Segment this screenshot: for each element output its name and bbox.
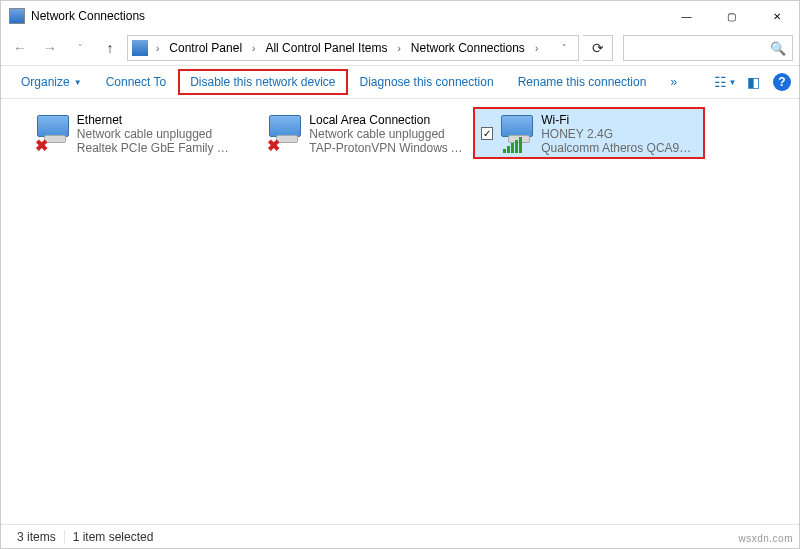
watermark: wsxdn.com — [738, 533, 793, 544]
connection-item-ethernet[interactable]: ✓ ✖ Ethernet Network cable unplugged Rea… — [9, 107, 241, 159]
connection-status: Network cable unplugged — [77, 127, 233, 141]
view-options-button[interactable]: ☷ ▼ — [711, 70, 739, 94]
selection-count: 1 item selected — [64, 530, 162, 544]
disable-device-button[interactable]: Disable this network device — [178, 69, 347, 95]
search-icon: 🔍 — [770, 41, 786, 56]
connection-status: Network cable unplugged — [309, 127, 465, 141]
rename-button[interactable]: Rename this connection — [506, 69, 659, 95]
adapter-icon — [499, 113, 535, 155]
connection-device: Realtek PCIe GbE Family Cont... — [77, 141, 233, 155]
signal-strength-icon — [503, 137, 522, 153]
connection-device: TAP-ProtonVPN Windows Ad... — [309, 141, 465, 155]
back-button[interactable]: ← — [7, 35, 33, 61]
connections-list[interactable]: ✓ ✖ Ethernet Network cable unplugged Rea… — [1, 99, 799, 524]
forward-button[interactable]: → — [37, 35, 63, 61]
help-button[interactable]: ? — [773, 73, 791, 91]
address-dropdown-button[interactable]: ˅ — [554, 36, 574, 60]
address-bar: ← → ˅ ↑ › Control Panel › All Control Pa… — [1, 31, 799, 65]
connection-name: Wi-Fi — [541, 113, 697, 127]
search-input[interactable]: 🔍 — [623, 35, 793, 61]
preview-pane-icon: ◧ — [747, 74, 760, 90]
item-count: 3 items — [9, 530, 64, 544]
connection-name: Ethernet — [77, 113, 233, 127]
chevron-right-icon[interactable]: › — [248, 43, 259, 54]
breadcrumb[interactable]: › Control Panel › All Control Panel Item… — [127, 35, 579, 61]
organize-menu[interactable]: Organize ▼ — [9, 69, 94, 95]
maximize-button[interactable]: ▢ — [709, 1, 754, 31]
breadcrumb-item-control-panel[interactable]: Control Panel — [165, 38, 246, 58]
connection-name: Local Area Connection — [309, 113, 465, 127]
titlebar: Network Connections — ▢ ✕ — [1, 1, 799, 31]
disconnected-icon: ✖ — [35, 139, 49, 153]
breadcrumb-item-network-connections[interactable]: Network Connections — [407, 38, 529, 58]
connection-item-wifi[interactable]: ✓ Wi-Fi HONEY 2.4G Qualcomm Atheros QCA9… — [473, 107, 705, 159]
window-title: Network Connections — [31, 9, 145, 23]
chevron-down-icon: ▼ — [729, 78, 737, 87]
up-button[interactable]: ↑ — [97, 35, 123, 61]
connection-item-local-area[interactable]: ✓ ✖ Local Area Connection Network cable … — [241, 107, 473, 159]
connection-status: HONEY 2.4G — [541, 127, 697, 141]
connect-to-button[interactable]: Connect To — [94, 69, 179, 95]
preview-pane-button[interactable]: ◧ — [739, 70, 767, 94]
adapter-icon: ✖ — [267, 113, 303, 155]
close-button[interactable]: ✕ — [754, 1, 799, 31]
connection-device: Qualcomm Atheros QCA9377... — [541, 141, 697, 155]
status-bar: 3 items 1 item selected — [1, 524, 799, 548]
minimize-button[interactable]: — — [664, 1, 709, 31]
disconnected-icon: ✖ — [267, 139, 281, 153]
chevron-down-icon: ▼ — [74, 78, 82, 87]
app-icon — [9, 8, 25, 24]
overflow-button[interactable]: » — [658, 69, 689, 95]
location-icon — [132, 40, 148, 56]
breadcrumb-item-all-items[interactable]: All Control Panel Items — [261, 38, 391, 58]
recent-locations-button[interactable]: ˅ — [67, 35, 93, 61]
refresh-button[interactable]: ⟳ — [583, 35, 613, 61]
selection-checkbox[interactable]: ✓ — [481, 127, 493, 140]
chevron-right-icon[interactable]: › — [393, 43, 404, 54]
adapter-icon: ✖ — [35, 113, 71, 155]
view-icon: ☷ — [714, 74, 727, 90]
organize-label: Organize — [21, 75, 70, 89]
chevron-right-icon[interactable]: › — [531, 43, 542, 54]
command-bar: Organize ▼ Connect To Disable this netwo… — [1, 65, 799, 99]
diagnose-button[interactable]: Diagnose this connection — [348, 69, 506, 95]
chevron-right-icon[interactable]: › — [152, 43, 163, 54]
